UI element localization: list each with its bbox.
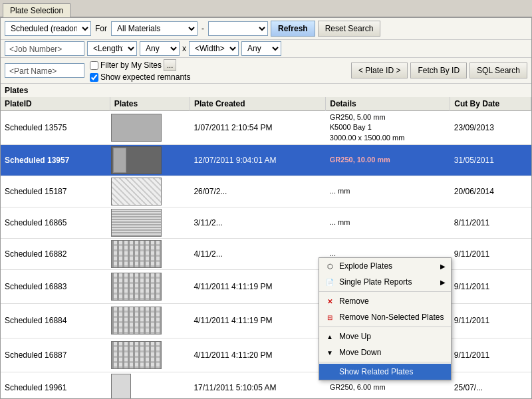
- fetch-by-id-button[interactable]: Fetch By ID: [410, 63, 467, 78]
- plate-id-cell: Scheduled 16883: [1, 270, 110, 304]
- plate-thumb-cell: [110, 176, 190, 207]
- filter-sites-checkbox[interactable]: [90, 61, 98, 70]
- table-header-row: PlateID Plates Plate Created Details Cut…: [1, 97, 531, 111]
- created-cell: 1/07/2011 2:10:54 PM: [190, 111, 325, 145]
- created-cell: 26/07/2...: [190, 176, 325, 207]
- ctx-explode-plates[interactable]: ⬡ Explode Plates ▶: [319, 258, 451, 274]
- details-cell: ... mm: [326, 176, 450, 207]
- cut-by-cell: 31/05/2011: [450, 145, 531, 176]
- reset-search-button[interactable]: Reset Search: [318, 21, 381, 37]
- ctx-remove-non-selected[interactable]: ⊟ Remove Non-Selected Plates: [319, 309, 451, 325]
- ctx-move-up[interactable]: ▲ Move Up: [319, 329, 451, 344]
- plate-id-cell: Scheduled 16884: [1, 304, 110, 338]
- ctx-single-plate-reports[interactable]: 📄 Single Plate Reports ▶: [319, 274, 451, 290]
- width-any-dropdown[interactable]: Any: [241, 41, 281, 56]
- context-menu[interactable]: ⬡ Explode Plates ▶ 📄 Single Plate Report…: [319, 257, 452, 380]
- length-any-dropdown[interactable]: Any: [140, 41, 180, 56]
- plate-thumbnail: [111, 146, 162, 174]
- ctx-show-related-plates[interactable]: Show Related Plates: [319, 364, 451, 380]
- submenu-arrow-icon: ▶: [440, 263, 446, 270]
- plates-section-header: Plates: [1, 84, 531, 97]
- plate-thumb-cell: [110, 270, 190, 304]
- created-cell: 3/11/2...: [190, 207, 325, 239]
- created-cell: 4/11/2...: [190, 239, 325, 270]
- materials-dropdown[interactable]: All Materials: [111, 21, 198, 36]
- scheduled-dropdown[interactable]: Scheduled (readonly): [5, 21, 91, 36]
- filter-sites-checkbox-label[interactable]: Filter by My Sites ...: [90, 59, 190, 71]
- job-number-input[interactable]: <Job Number>: [5, 41, 84, 56]
- ctx-label: Explode Plates: [339, 261, 392, 271]
- details-highlight: GR250, 10.00 mm: [330, 156, 390, 164]
- part-name-input[interactable]: <Part Name>: [5, 63, 84, 78]
- col-cut-by: Cut By Date: [450, 97, 531, 111]
- plate-thumb-cell: [110, 239, 190, 270]
- ctx-label: Show Related Plates: [339, 367, 413, 376]
- refresh-button[interactable]: Refresh: [271, 21, 315, 37]
- plate-id-cell: Scheduled 16887: [1, 338, 110, 372]
- ctx-separator-2: [319, 327, 451, 327]
- show-remnants-checkbox-label[interactable]: Show expected remnants: [90, 72, 190, 82]
- related-plates-icon: [325, 366, 335, 377]
- cut-by-cell: 8/11/2011: [450, 207, 531, 239]
- table-row[interactable]: Scheduled 13575 1/07/2011 2:10:54 PM GR2…: [1, 111, 531, 145]
- ctx-separator-3: [319, 362, 451, 362]
- created-cell: 4/11/2011 4:11:19 PM: [190, 270, 325, 304]
- cut-by-cell: 9/11/2011: [450, 338, 531, 372]
- explode-icon: ⬡: [325, 261, 335, 271]
- toolbar-row-1: Scheduled (readonly) For All Materials -…: [1, 18, 531, 40]
- plate-id-button[interactable]: < Plate ID >: [351, 63, 408, 78]
- remove-icon: ✕: [325, 296, 335, 307]
- extra-dropdown[interactable]: [208, 21, 268, 36]
- remove-non-selected-icon: ⊟: [325, 312, 335, 323]
- submenu-arrow-icon: ▶: [440, 279, 446, 286]
- created-cell: 12/07/2011 9:04:01 AM: [190, 145, 325, 176]
- ctx-label: Remove Non-Selected Plates: [339, 313, 444, 322]
- details-cell: GR250, 5.00 mmK5000 Bay 13000.00 x 1500.…: [326, 111, 450, 145]
- move-up-icon: ▲: [325, 331, 335, 342]
- plate-id-cell: Scheduled 13957: [1, 145, 110, 176]
- width-dropdown[interactable]: <Width>: [189, 41, 239, 56]
- sql-search-button[interactable]: SQL Search: [469, 63, 527, 78]
- cut-by-cell: 9/11/2011: [450, 304, 531, 338]
- plate-thumb-cell: [110, 372, 190, 398]
- cut-by-cell: 23/09/2013: [450, 111, 531, 145]
- dash-separator: -: [201, 24, 204, 33]
- reports-icon: 📄: [325, 277, 335, 287]
- cut-by-cell: 9/11/2011: [450, 270, 531, 304]
- ctx-label: Move Down: [339, 348, 381, 357]
- plate-thumb-cell: [110, 338, 190, 372]
- plate-thumbnail: [111, 374, 131, 398]
- cut-by-cell: 25/07/...: [450, 372, 531, 398]
- created-cell: 17/11/2011 5:10:05 AM: [190, 372, 325, 398]
- main-panel: Scheduled (readonly) For All Materials -…: [0, 17, 532, 399]
- col-created: Plate Created: [190, 97, 325, 111]
- created-cell: 4/11/2011 4:11:19 PM: [190, 304, 325, 338]
- sites-dots-button[interactable]: ...: [164, 59, 176, 71]
- cut-by-cell: 20/06/2014: [450, 176, 531, 207]
- ctx-remove[interactable]: ✕ Remove: [319, 293, 451, 309]
- plate-thumbnail: [111, 114, 162, 142]
- col-details: Details: [326, 97, 450, 111]
- ctx-move-down[interactable]: ▼ Move Down: [319, 344, 451, 360]
- show-remnants-checkbox[interactable]: [90, 73, 98, 82]
- filter-row-names: <Job Number> <Length> Any x <Width> Any: [1, 40, 531, 58]
- length-dropdown[interactable]: <Length>: [87, 41, 137, 56]
- plate-thumb-cell: [110, 207, 190, 239]
- plate-thumbnail: [111, 273, 162, 301]
- plates-table: PlateID Plates Plate Created Details Cut…: [1, 97, 531, 398]
- details-cell: GR250, 10.00 mm: [326, 145, 450, 176]
- plate-thumbnail: [111, 240, 162, 268]
- move-down-icon: ▼: [325, 347, 335, 358]
- ctx-separator-1: [319, 291, 451, 292]
- plates-table-area[interactable]: PlateID Plates Plate Created Details Cut…: [1, 97, 531, 398]
- plate-thumb-cell: [110, 145, 190, 176]
- col-plate-id: PlateID: [1, 97, 110, 111]
- plate-thumbnail: [111, 341, 162, 369]
- x-label: x: [182, 44, 186, 53]
- cut-by-cell: 9/11/2011: [450, 239, 531, 270]
- table-row[interactable]: Scheduled 15187 26/07/2... ... mm 20/06/…: [1, 176, 531, 207]
- table-row[interactable]: Scheduled 13957 12/07/2011 9:04:01 AM GR…: [1, 145, 531, 176]
- table-row[interactable]: Scheduled 16865 3/11/2... ... mm 8/11/20…: [1, 207, 531, 239]
- plate-selection-tab[interactable]: Plate Selection: [3, 3, 70, 17]
- created-cell: 4/11/2011 4:11:20 PM: [190, 338, 325, 372]
